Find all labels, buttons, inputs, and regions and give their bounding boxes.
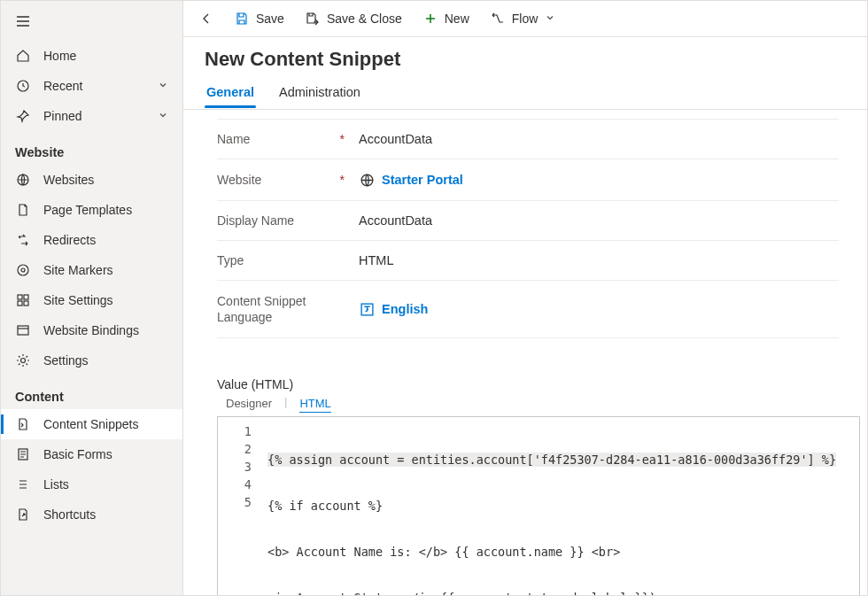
nav-settings[interactable]: Settings	[1, 345, 182, 375]
nav-site-settings[interactable]: Site Settings	[1, 285, 182, 315]
clock-icon	[15, 78, 31, 94]
field-label: Display Name	[217, 213, 294, 228]
save-close-label: Save & Close	[327, 12, 402, 26]
code-editor[interactable]: 12345 {% assign account = entities.accou…	[217, 416, 860, 595]
language-icon	[359, 301, 375, 317]
field-name[interactable]: Name* AccountData	[217, 119, 839, 159]
form: Name* AccountData Website* Starter Porta…	[196, 110, 860, 356]
editor-tabs: Designer | HTML	[217, 395, 860, 413]
nav-label: Pinned	[43, 109, 82, 123]
value-section: Value (HTML) Designer | HTML 12345 {% as…	[217, 377, 860, 595]
save-button[interactable]: Save	[226, 6, 293, 31]
svg-rect-5	[24, 295, 28, 299]
tabs: General Administration	[205, 80, 846, 109]
nav-website-bindings[interactable]: Website Bindings	[1, 315, 182, 345]
field-website[interactable]: Website* Starter Portal	[217, 159, 839, 201]
tab-general[interactable]: General	[205, 80, 256, 108]
svg-point-2	[18, 265, 28, 275]
code-line: <i> Account State: </i> {{ account.state…	[267, 589, 852, 595]
required-indicator: *	[340, 173, 345, 187]
form-icon	[15, 446, 31, 462]
shortcut-icon	[15, 507, 31, 522]
line-gutter: 12345	[218, 417, 260, 595]
nav-shortcuts[interactable]: Shortcuts	[1, 499, 182, 530]
nav-site-markers[interactable]: Site Markers	[1, 255, 182, 285]
field-language[interactable]: Content Snippet Language English	[217, 281, 839, 338]
nav-content-snippets[interactable]: Content Snippets	[1, 409, 182, 439]
save-label: Save	[256, 12, 284, 26]
page-header: New Content Snippet General Administrati…	[183, 37, 867, 109]
sidebar: Home Recent Pinned Website Websites Page…	[1, 1, 183, 595]
new-label: New	[445, 12, 469, 26]
main: Save Save & Close New Flow New Content S…	[183, 1, 867, 595]
nav-label: Recent	[43, 79, 82, 93]
nav-lists[interactable]: Lists	[1, 469, 182, 499]
globe-icon	[359, 172, 375, 188]
code-line: <b> Account Name is: </b> {{ account.nam…	[267, 543, 852, 561]
nav-label: Settings	[43, 353, 89, 368]
nav-label: Basic Forms	[43, 447, 112, 461]
code-line: {% assign account = entities.account['f4…	[267, 453, 836, 467]
command-bar: Save Save & Close New Flow	[183, 1, 867, 37]
nav-label: Home	[43, 49, 76, 63]
editor-tab-html[interactable]: HTML	[299, 395, 330, 413]
nav-recent[interactable]: Recent	[1, 71, 182, 101]
field-value: AccountData	[359, 213, 839, 228]
flow-label: Flow	[512, 12, 539, 26]
required-indicator: *	[340, 132, 345, 146]
nav-label: Website Bindings	[43, 323, 139, 337]
home-icon	[15, 48, 31, 64]
nav-redirects[interactable]: Redirects	[1, 225, 182, 255]
nav-label: Redirects	[43, 233, 96, 247]
marker-icon	[15, 262, 31, 278]
field-label: Type	[217, 253, 244, 267]
snippet-icon	[15, 416, 31, 432]
field-label: Content Snippet Language	[217, 293, 359, 325]
back-button[interactable]	[190, 6, 222, 31]
nav-label: Lists	[43, 477, 69, 492]
separator: |	[284, 395, 287, 413]
editor-tab-designer[interactable]: Designer	[226, 395, 272, 413]
nav-label: Websites	[43, 173, 94, 187]
tab-administration[interactable]: Administration	[277, 80, 362, 108]
code-content[interactable]: {% assign account = entities.account['f4…	[260, 417, 859, 595]
field-label: Website	[217, 173, 261, 187]
list-icon	[15, 476, 31, 492]
nav-label: Site Markers	[43, 263, 113, 277]
nav-websites[interactable]: Websites	[1, 165, 182, 195]
nav-home[interactable]: Home	[1, 41, 182, 71]
field-value: HTML	[359, 253, 839, 267]
svg-rect-4	[18, 295, 22, 299]
chevron-down-icon	[158, 109, 168, 123]
nav-page-templates[interactable]: Page Templates	[1, 195, 182, 225]
chevron-down-icon	[545, 12, 555, 26]
svg-point-9	[21, 359, 26, 363]
value-label: Value (HTML)	[217, 377, 860, 391]
hamburger-button[interactable]	[1, 4, 182, 41]
page-title: New Content Snippet	[205, 48, 846, 71]
chevron-down-icon	[158, 79, 168, 93]
field-value: AccountData	[359, 132, 839, 146]
svg-rect-8	[18, 326, 28, 335]
section-header-website: Website	[1, 131, 182, 165]
nav-basic-forms[interactable]: Basic Forms	[1, 439, 182, 469]
gear-icon	[15, 352, 31, 368]
new-button[interactable]: New	[415, 6, 478, 31]
field-value: Starter Portal	[382, 173, 463, 187]
globe-icon	[15, 172, 31, 188]
section-header-content: Content	[1, 375, 182, 409]
field-type[interactable]: Type HTML	[217, 241, 839, 281]
flow-button[interactable]: Flow	[482, 6, 565, 31]
svg-rect-7	[24, 301, 28, 306]
svg-point-3	[21, 268, 25, 272]
field-display-name[interactable]: Display Name AccountData	[217, 201, 839, 241]
page-icon	[15, 202, 31, 218]
pin-icon	[15, 108, 31, 124]
nav-pinned[interactable]: Pinned	[1, 101, 182, 131]
field-label: Name	[217, 132, 250, 146]
nav-label: Shortcuts	[43, 507, 96, 522]
svg-rect-6	[18, 301, 22, 306]
field-value: English	[382, 302, 428, 316]
save-close-button[interactable]: Save & Close	[297, 6, 411, 31]
redirect-icon	[15, 232, 31, 248]
